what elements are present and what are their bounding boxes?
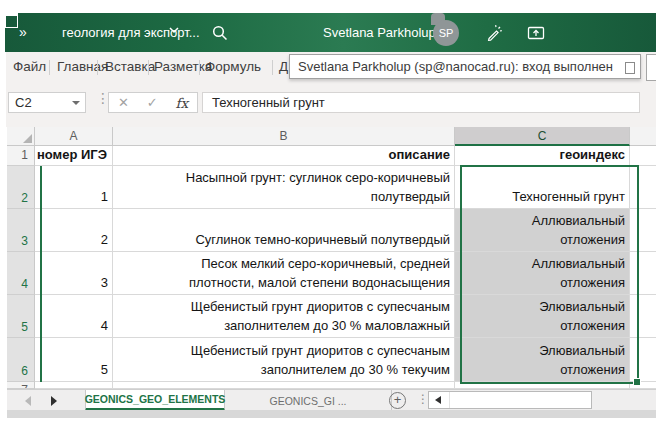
cell-A6[interactable]: 5 — [35, 338, 113, 382]
sheet-tab-bar: GEONICS_GEO_ELEMENTS GEONICS_GI ... + ⋮ — [7, 389, 656, 411]
cell-D6[interactable] — [630, 338, 656, 382]
sheet-nav-right-icon[interactable] — [51, 396, 57, 406]
cell-C3[interactable]: Аллювиальный отложения — [455, 209, 630, 252]
column-header-c[interactable]: C — [455, 127, 630, 146]
selected-rows-indicator — [40, 166, 42, 382]
row-header-6[interactable]: 6 — [7, 338, 35, 382]
menu-separator — [199, 60, 200, 75]
formula-bar: C2 ⋮ ✕ ✓ fx Техногенный грунт — [6, 82, 656, 127]
tab-home[interactable]: Главная — [57, 52, 108, 82]
column-header-row: A B C — [7, 127, 656, 146]
cell-A7[interactable] — [35, 382, 113, 389]
maximize-button[interactable] — [5, 15, 18, 28]
account-user-name[interactable]: Svetlana Parkholup — [323, 13, 436, 52]
row-header-3[interactable]: 3 — [7, 209, 35, 252]
cell-B4[interactable]: Песок мелкий серо-коричневый, средней пл… — [113, 252, 455, 295]
search-icon[interactable] — [211, 24, 229, 42]
formula-buttons: ✕ ✓ fx — [108, 92, 198, 113]
excel-window: » геология для экспорт... Svetlana Parkh… — [0, 0, 656, 436]
cell-B7[interactable] — [113, 382, 455, 389]
row-6: 6 5 Щебенистый грунт диоритов с супесчан… — [7, 338, 656, 382]
cell-C6[interactable]: Элювиальный отложения — [455, 338, 630, 382]
cell-C5[interactable]: Элювиальный отложения — [455, 295, 630, 338]
row-header-5[interactable]: 5 — [7, 295, 35, 338]
row-3: 3 2 Суглинок темно-коричневый полутверды… — [7, 209, 656, 252]
row-header-1[interactable]: 1 — [7, 146, 35, 166]
row-header-4[interactable]: 4 — [7, 252, 35, 295]
enter-icon[interactable]: ✓ — [147, 95, 158, 110]
title-bar: » геология для экспорт... Svetlana Parkh… — [5, 13, 656, 52]
cell-C7[interactable] — [455, 382, 630, 389]
select-all-triangle-icon — [23, 134, 32, 143]
column-header-a[interactable]: A — [35, 127, 113, 146]
cell-B2[interactable]: Насыпной грунт: суглинок серо-коричневый… — [113, 166, 455, 209]
avatar[interactable]: SP — [433, 20, 459, 46]
status-bar-sliver — [7, 410, 656, 418]
cell-D3[interactable] — [630, 209, 656, 252]
cell-C2-active[interactable]: Техногенный грунт — [455, 166, 630, 209]
row-header-7[interactable]: 7 — [7, 382, 35, 389]
cell-A1[interactable]: номер ИГЭ — [35, 146, 113, 166]
row-7-partial: 7 — [7, 382, 656, 389]
scrollbar-divider — [449, 392, 450, 408]
horizontal-scrollbar[interactable] — [428, 391, 592, 409]
select-all-corner[interactable] — [7, 127, 35, 146]
cell-A2[interactable]: 1 — [35, 166, 113, 209]
cell-D1[interactable] — [630, 146, 656, 166]
scroll-left-icon[interactable] — [435, 396, 441, 404]
sheet-nav-left-icon[interactable] — [25, 396, 31, 406]
cell-B6[interactable]: Щебенистый грунт диоритов с супесчаным з… — [113, 338, 455, 382]
formula-input[interactable]: Техногенный грунт — [202, 92, 640, 113]
cell-A4[interactable]: 3 — [35, 252, 113, 295]
chevron-down-icon[interactable] — [72, 101, 80, 105]
tab-layout[interactable]: Разметка — [154, 52, 212, 82]
row-1: 1 номер ИГЭ описание геоиндекс — [7, 146, 656, 166]
tab-file[interactable]: Файл — [13, 52, 46, 82]
chevron-down-icon[interactable] — [168, 26, 180, 34]
sheet-tab-geonics-geo-elements[interactable]: GEONICS_GEO_ELEMENTS — [85, 390, 225, 411]
cell-A5[interactable]: 4 — [35, 295, 113, 338]
cell-B3[interactable]: Суглинок темно-коричневый полутвердый — [113, 209, 455, 252]
signin-status-tooltip: Svetlana Parkholup (sp@nanocad.ru): вход… — [289, 54, 641, 79]
active-cell-reference: C2 — [15, 95, 32, 110]
row-4: 4 3 Песок мелкий серо-коричневый, средне… — [7, 252, 656, 295]
quick-access-overflow-icon[interactable]: » — [19, 13, 28, 52]
cell-D2[interactable] — [630, 166, 656, 209]
menu-separator — [148, 60, 149, 75]
cell-B1[interactable]: описание — [113, 146, 455, 166]
tooltip-window-icon — [625, 62, 635, 74]
column-header-d-sliver[interactable] — [630, 127, 656, 146]
cell-D4[interactable] — [630, 252, 656, 295]
row-header-2[interactable]: 2 — [7, 166, 35, 209]
cell-D5[interactable] — [630, 295, 656, 338]
menu-separator — [272, 60, 273, 75]
menu-separator — [97, 60, 98, 75]
signin-status-text: Svetlana Parkholup (sp@nanocad.ru): вход… — [298, 59, 613, 74]
ribbon-display-options-icon[interactable] — [527, 24, 545, 42]
cell-C1[interactable]: геоиндекс — [455, 146, 630, 166]
cell-B5[interactable]: Щебенистый грунт диоритов с супесчаным з… — [113, 295, 455, 338]
insert-function-icon[interactable]: fx — [175, 95, 188, 111]
cropped-popup-fragment — [646, 54, 656, 81]
cancel-icon[interactable]: ✕ — [118, 95, 129, 110]
add-sheet-button[interactable]: + — [389, 392, 406, 409]
column-header-b[interactable]: B — [113, 127, 455, 146]
name-box[interactable]: C2 — [8, 92, 86, 113]
tab-data[interactable]: Д — [279, 52, 288, 82]
row-2: 2 1 Насыпной грунт: суглинок серо-коричн… — [7, 166, 656, 209]
tab-formulas[interactable]: Формуль — [205, 52, 261, 82]
menu-separator — [49, 60, 50, 75]
draw-pen-icon[interactable] — [485, 24, 503, 42]
cell-C4[interactable]: Аллювиальный отложения — [455, 252, 630, 295]
row-5: 5 4 Щебенистый грунт диоритов с супесчан… — [7, 295, 656, 338]
cell-A3[interactable]: 2 — [35, 209, 113, 252]
cell-D7[interactable] — [630, 382, 656, 389]
sheet-tab-geonics-gi[interactable]: GEONICS_GI ... — [225, 390, 392, 411]
